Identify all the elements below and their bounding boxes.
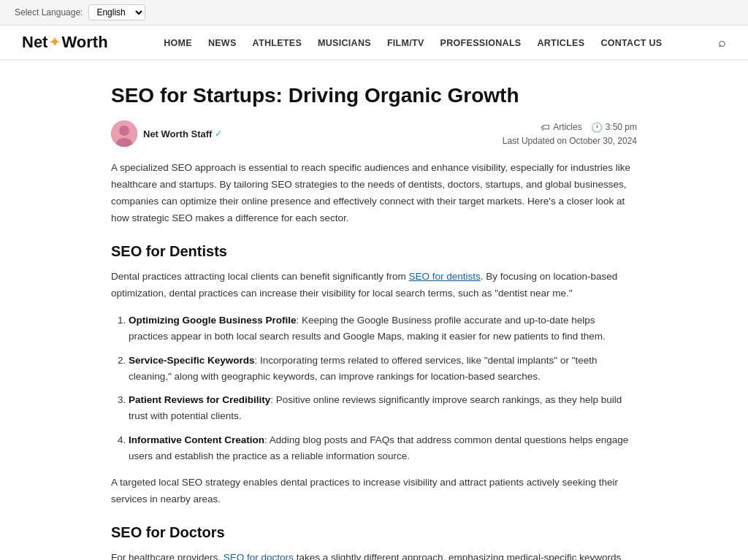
- section-heading-doctors: SEO for Doctors: [111, 524, 637, 541]
- list-item-bold: Informative Content Creation: [129, 434, 264, 445]
- article-time: 3:50 pm: [606, 122, 637, 132]
- list-item-bold: Service-Specific Keywords: [129, 355, 255, 366]
- time-tag: 🕐 3:50 pm: [591, 122, 637, 133]
- dentists-intro: Dental practices attracting local client…: [111, 269, 637, 302]
- tag-icon: 🏷: [541, 122, 550, 133]
- nav-news[interactable]: NEWS: [208, 38, 237, 48]
- language-label: Select Language:: [15, 7, 83, 18]
- article-meta: Net Worth Staff ✓ 🏷 Articles 🕐 3:50 pm L…: [111, 120, 637, 147]
- list-item: Patient Reviews for Credibility: Positiv…: [129, 392, 637, 425]
- dentists-list: Optimizing Google Business Profile: Keep…: [129, 312, 637, 464]
- meta-tags: 🏷 Articles 🕐 3:50 pm: [541, 122, 637, 133]
- section-heading-dentists: SEO for Dentists: [111, 243, 637, 260]
- nav-filmtv[interactable]: FILM/TV: [387, 38, 424, 48]
- doctors-intro: For healthcare providers, SEO for doctor…: [111, 550, 637, 560]
- clock-icon: 🕐: [591, 122, 603, 133]
- site-logo[interactable]: Net✦Worth: [22, 33, 108, 52]
- author-name: Net Worth Staff: [143, 129, 212, 139]
- language-select[interactable]: English Spanish French: [88, 4, 145, 20]
- nav-professionals[interactable]: PROFESSIONALS: [440, 38, 522, 48]
- logo-text-net: Net: [22, 33, 47, 52]
- category-tag: 🏷 Articles: [541, 122, 581, 133]
- nav-bar: Net✦Worth HOME NEWS ATHLETES MUSICIANS F…: [0, 26, 748, 61]
- last-updated: Last Updated on October 30, 2024: [503, 136, 637, 146]
- list-item: Informative Content Creation: Adding blo…: [129, 432, 637, 465]
- list-item-bold: Optimizing Google Business Profile: [129, 315, 297, 326]
- meta-right: 🏷 Articles 🕐 3:50 pm Last Updated on Oct…: [503, 122, 637, 146]
- nav-articles[interactable]: ARTICLES: [537, 38, 584, 48]
- article-title: SEO for Startups: Driving Organic Growth: [111, 83, 637, 109]
- category-label: Articles: [553, 122, 581, 132]
- nav-home[interactable]: HOME: [164, 38, 192, 48]
- list-item: Service-Specific Keywords: Incorporating…: [129, 353, 637, 386]
- author-verified-icon: ✓: [215, 129, 222, 139]
- nav-athletes[interactable]: ATHLETES: [253, 38, 302, 48]
- list-item-bold: Patient Reviews for Credibility: [129, 394, 270, 405]
- nav-links: HOME NEWS ATHLETES MUSICIANS FILM/TV PRO…: [164, 37, 662, 48]
- dentists-summary: A targeted local SEO strategy enables de…: [111, 475, 637, 508]
- nav-contact[interactable]: CONTACT US: [600, 38, 662, 48]
- nav-musicians[interactable]: MUSICIANS: [318, 38, 371, 48]
- author-avatar: [111, 120, 137, 147]
- top-bar: Select Language: English Spanish French: [0, 0, 748, 26]
- logo-text-worth: Worth: [61, 33, 107, 52]
- seo-dentists-link[interactable]: SEO for dentists: [408, 271, 480, 282]
- seo-doctors-link[interactable]: SEO for doctors: [224, 552, 294, 560]
- author-block: Net Worth Staff ✓: [111, 120, 222, 147]
- logo-star: ✦: [49, 34, 60, 50]
- svg-point-1: [119, 126, 129, 136]
- article-container: SEO for Startups: Driving Organic Growth…: [96, 83, 652, 560]
- search-icon[interactable]: ⌕: [718, 35, 726, 50]
- list-item: Optimizing Google Business Profile: Keep…: [129, 312, 637, 345]
- article-intro: A specialized SEO approach is essential …: [111, 160, 637, 227]
